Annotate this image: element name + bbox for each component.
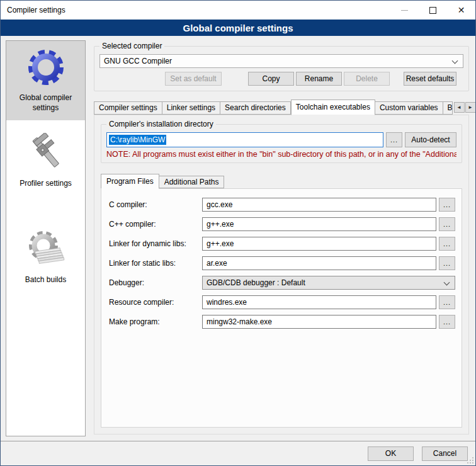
cpp-compiler-label: C++ compiler:	[109, 220, 202, 229]
c-compiler-browse-button[interactable]: ...	[439, 198, 455, 212]
sidebar-item-label: Batch builds	[25, 275, 66, 285]
tab-program-files[interactable]: Program Files	[101, 174, 159, 189]
reset-defaults-button[interactable]: Reset defaults	[404, 72, 456, 86]
tab-search-directories[interactable]: Search directories	[220, 101, 291, 115]
selected-compiler-dropdown[interactable]: GNU GCC Compiler	[99, 54, 463, 68]
installation-directory-input[interactable]: C:\raylib\MinGW	[106, 132, 383, 147]
installation-directory-group: Compiler's installation directory C:\ray…	[101, 124, 462, 163]
delete-button: Delete	[344, 72, 390, 86]
make-program-input[interactable]: mingw32-make.exe	[202, 315, 436, 329]
static-linker-label: Linker for static libs:	[109, 259, 202, 268]
batch-builds-icon	[26, 229, 66, 270]
dialog-footer: OK Cancel	[1, 441, 475, 465]
resource-compiler-label: Resource compiler:	[109, 298, 202, 307]
minimize-button[interactable]	[390, 1, 419, 20]
program-tabstrip: Program Files Additional Paths	[101, 173, 462, 188]
program-files-panel: C compiler: gcc.exe ... C++ compiler: g+…	[101, 188, 462, 428]
compiler-action-buttons: Set as default Copy Rename Delete Reset …	[99, 72, 463, 86]
page-title: Global compiler settings	[183, 23, 293, 33]
window-title: Compiler settings	[1, 6, 390, 14]
close-icon: ✕	[458, 6, 465, 14]
chevron-down-icon	[452, 58, 458, 64]
maximize-button[interactable]	[419, 1, 447, 20]
sidebar-item-profiler-settings[interactable]: Profiler settings	[6, 127, 85, 196]
minimize-icon	[401, 10, 408, 11]
tab-scroll-left-button[interactable]: ◄	[454, 102, 465, 113]
cancel-button[interactable]: Cancel	[422, 446, 468, 461]
tab-scroll-right-button[interactable]: ►	[465, 102, 475, 113]
tab-custom-variables[interactable]: Custom variables	[375, 101, 443, 115]
debugger-dropdown[interactable]: GDB/CDB debugger : Default	[202, 276, 455, 290]
field-row: Debugger: GDB/CDB debugger : Default	[109, 276, 455, 290]
tab-scroll-buttons: ◄ ►	[454, 102, 475, 113]
dialog-header: Global compiler settings	[1, 20, 475, 36]
field-row: Resource compiler: windres.exe ...	[109, 295, 455, 309]
resize-grip[interactable]	[467, 457, 474, 464]
debugger-value: GDB/CDB debugger : Default	[207, 278, 305, 287]
caption-buttons: ✕	[390, 1, 475, 20]
field-row: Linker for static libs: ar.exe ...	[109, 256, 455, 270]
blue-gear-icon	[26, 47, 66, 88]
auto-detect-button[interactable]: Auto-detect	[405, 132, 456, 147]
cpp-compiler-input[interactable]: g++.exe	[202, 217, 436, 231]
sidebar-item-batch-builds[interactable]: Batch builds	[6, 223, 85, 292]
tab-toolchain-executables[interactable]: Toolchain executables	[291, 99, 375, 115]
chevron-down-icon	[444, 280, 450, 286]
resource-compiler-browse-button[interactable]: ...	[439, 295, 455, 309]
selected-compiler-group: Selected compiler GNU GCC Compiler Set a…	[94, 46, 469, 91]
copy-button[interactable]: Copy	[248, 72, 294, 86]
installation-note: NOTE: All programs must exist either in …	[106, 150, 456, 159]
tab-build-options[interactable]: Build	[443, 101, 453, 115]
static-linker-browse-button[interactable]: ...	[439, 256, 455, 270]
c-compiler-input[interactable]: gcc.exe	[202, 198, 436, 212]
sidebar-item-global-compiler-settings[interactable]: Global compiler settings	[6, 41, 85, 120]
field-row: C++ compiler: g++.exe ...	[109, 217, 455, 231]
tab-linker-settings[interactable]: Linker settings	[162, 101, 220, 115]
make-program-browse-button[interactable]: ...	[439, 315, 455, 329]
titlebar: Compiler settings ✕	[1, 1, 475, 20]
sidebar-item-label: Global compiler settings	[9, 93, 82, 113]
field-row: Linker for dynamic libs: g++.exe ...	[109, 237, 455, 251]
field-row: C compiler: gcc.exe ...	[109, 198, 455, 212]
ok-button[interactable]: OK	[368, 446, 414, 461]
browse-directory-button[interactable]: ...	[386, 132, 402, 147]
set-as-default-button: Set as default	[165, 72, 222, 86]
sidebar-item-label: Profiler settings	[20, 178, 72, 188]
settings-category-list: Global compiler settings Profiler settin…	[6, 40, 86, 436]
cpp-compiler-browse-button[interactable]: ...	[439, 217, 455, 231]
caliper-icon	[26, 133, 66, 173]
tab-additional-paths[interactable]: Additional Paths	[159, 176, 225, 188]
maximize-icon	[429, 7, 436, 14]
c-compiler-label: C compiler:	[109, 200, 202, 209]
settings-tabstrip: Compiler settings Linker settings Search…	[94, 99, 469, 115]
installation-directory-group-label: Compiler's installation directory	[106, 120, 216, 128]
field-row: Make program: mingw32-make.exe ...	[109, 315, 455, 329]
selected-compiler-group-label: Selected compiler	[99, 42, 164, 50]
dynamic-linker-input[interactable]: g++.exe	[202, 237, 436, 251]
static-linker-input[interactable]: ar.exe	[202, 256, 436, 270]
toolchain-executables-panel: Compiler's installation directory C:\ray…	[94, 115, 469, 435]
resource-compiler-input[interactable]: windres.exe	[202, 295, 436, 309]
installation-directory-value: C:\raylib\MinGW	[109, 135, 166, 145]
tab-compiler-settings[interactable]: Compiler settings	[94, 101, 162, 115]
close-button[interactable]: ✕	[447, 1, 475, 20]
make-program-label: Make program:	[109, 317, 202, 326]
selected-compiler-value: GNU GCC Compiler	[104, 57, 172, 65]
rename-button[interactable]: Rename	[296, 72, 342, 86]
dynamic-linker-browse-button[interactable]: ...	[439, 237, 455, 251]
debugger-label: Debugger:	[109, 278, 202, 287]
dynamic-linker-label: Linker for dynamic libs:	[109, 239, 202, 248]
compiler-settings-dialog: Compiler settings ✕ Global compiler sett…	[0, 0, 476, 466]
